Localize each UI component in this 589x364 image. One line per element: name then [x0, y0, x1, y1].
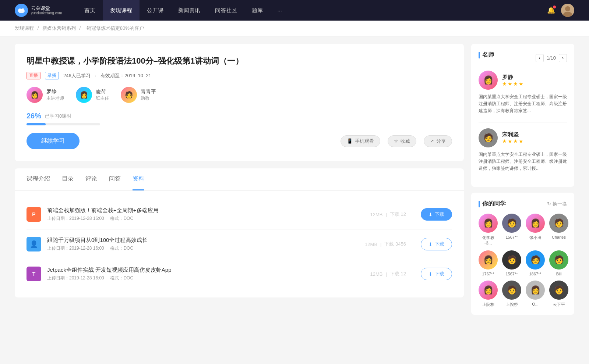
classmate-avatar-2[interactable]: 👩	[526, 214, 545, 233]
tabs-body: P 前端全栈加强版！前端全栈+全周期+多端应用 上传日期：2019-12-28 …	[15, 191, 464, 297]
download-button-2[interactable]: ⬇ 下载	[421, 268, 452, 280]
refresh-icon: ↻	[547, 201, 551, 207]
classmate-3: 🧑 Charles	[549, 214, 568, 246]
tab-catalog[interactable]: 目录	[62, 168, 74, 190]
download-icon-0: ⬇	[428, 212, 433, 217]
valid-date: 有效期至：2019–10–21	[100, 72, 151, 79]
classmate-name-11: 云下平	[553, 302, 565, 307]
classmate-avatar-4[interactable]: 👩	[479, 250, 498, 270]
download-icon-1: ⬇	[428, 242, 433, 247]
instructor-2: 🧑 青青平 助教	[121, 87, 156, 103]
classmate-1: 🧑 1567**	[502, 214, 521, 246]
nav-discover[interactable]: 发现课程	[103, 0, 140, 21]
classmate-8: 👩 上院栋	[479, 281, 498, 307]
star-icon: ☆	[394, 138, 398, 144]
logo[interactable]: 云朵课堂 yunduoketang.com	[15, 4, 62, 17]
classmate-11: 🧑 云下平	[549, 281, 568, 307]
tab-intro[interactable]: 课程介绍	[27, 168, 50, 190]
learners-count: 246人已学习	[63, 72, 91, 79]
tab-review[interactable]: 评论	[85, 168, 97, 190]
instructor-role-1: 班主任	[96, 95, 109, 101]
mobile-view-button[interactable]: 📱 手机观看	[341, 135, 380, 147]
file-icon-0: P	[27, 207, 41, 222]
user-avatar[interactable]	[561, 4, 574, 17]
right-sidebar: 名师 ‹ 1/10 › 👩 罗静 ★★★★ 国	[471, 44, 574, 321]
classmate-name-10: Q...	[532, 302, 539, 306]
share-icon: ↗	[430, 138, 434, 144]
instructor-name-0: 罗静	[46, 89, 64, 95]
progress-text: 已学习0课时	[45, 113, 71, 119]
nav-home[interactable]: 首页	[77, 0, 103, 21]
breadcrumb-series[interactable]: 新媒体营销系列	[42, 25, 76, 31]
classmate-2: 👩 张小田	[526, 214, 545, 246]
classmate-avatar-0[interactable]: 👩	[479, 214, 498, 233]
nav-qa[interactable]: 问答社区	[208, 0, 244, 21]
teachers-pagination: ‹ 1/10 ›	[536, 54, 567, 62]
breadcrumb-discover[interactable]: 发现课程	[15, 25, 34, 31]
teacher-avatar-1[interactable]: 🧑	[479, 128, 498, 147]
progress-pct: 26%	[27, 112, 41, 120]
classmate-name-6: 1867**	[529, 272, 541, 276]
tabs-header: 课程介绍 目录 评论 问答 资料	[15, 168, 464, 191]
teachers-prev-button[interactable]: ‹	[536, 54, 544, 62]
left-content: 明星中教授课，小学阶段语法100分–强化级第1讲动词（一） 直播 录播 246人…	[15, 44, 464, 321]
nav-right: 🔔	[547, 4, 574, 17]
navbar: 云朵课堂 yunduoketang.com 首页 发现课程 公开课 新闻资讯 问…	[0, 0, 589, 21]
notification-dot	[553, 6, 556, 8]
teacher-name-0: 罗静	[502, 74, 524, 81]
file-name-2: Jetpack全组件实战 开发短视频应用高仿皮皮虾App	[47, 267, 364, 274]
notification-bell[interactable]: 🔔	[547, 6, 555, 14]
instructor-avatar-1: 👩	[76, 87, 92, 103]
course-card: 明星中教授课，小学阶段语法100分–强化级第1讲动词（一） 直播 录播 246人…	[15, 44, 464, 161]
classmate-avatar-7[interactable]: 🧑	[549, 250, 568, 270]
classmate-avatar-6[interactable]: 🧑	[526, 250, 545, 270]
classmate-avatar-8[interactable]: 👩	[479, 281, 498, 300]
classmate-avatar-5[interactable]: 🧑	[502, 250, 521, 270]
classmate-10: 👩 Q...	[526, 281, 545, 307]
file-item-0: P 前端全栈加强版！前端全栈+全周期+多端应用 上传日期：2019-12-28 …	[27, 200, 452, 229]
classmate-avatar-3[interactable]: 🧑	[549, 214, 568, 233]
nav-questions[interactable]: 题库	[244, 0, 270, 21]
course-actions: 继续学习 📱 手机观看 ☆ 收藏 ↗ 分享	[27, 133, 452, 149]
breadcrumb-current: 销冠修炼术搞定80%的客户	[87, 25, 144, 31]
classmates-grid: 👩 化学教书... 🧑 1567** 👩 张小田 🧑 Charles 👩	[479, 214, 567, 307]
classmates-title: 你的同学	[479, 200, 506, 208]
tab-materials[interactable]: 资料	[133, 168, 144, 190]
file-item-1: 👤 跟随千万级项目从0到100全过程高效成长 上传日期：2019-12-28 1…	[27, 229, 452, 259]
instructors: 👩 罗静 主讲老师 👩 凌荷 班主任	[27, 87, 452, 103]
teacher-avatar-0[interactable]: 👩	[479, 71, 498, 90]
nav-public[interactable]: 公开课	[140, 0, 171, 21]
file-stats-2: 12MB | 下载 12	[370, 271, 406, 277]
download-button-0[interactable]: ⬇ 下载	[421, 208, 452, 221]
refresh-button[interactable]: ↻ 换一换	[547, 201, 567, 207]
file-icon-2: T	[27, 267, 41, 281]
download-button-1[interactable]: ⬇ 下载	[421, 238, 452, 250]
svg-point-4	[563, 12, 572, 17]
instructor-name-1: 凌荷	[96, 89, 109, 95]
teachers-next-button[interactable]: ›	[559, 54, 567, 62]
file-stats-1: 12MB | 下载 3456	[365, 241, 406, 247]
file-icon-1: 👤	[27, 237, 41, 251]
classmates-header: 你的同学 ↻ 换一换	[479, 200, 567, 208]
file-info-1: 跟随千万级项目从0到100全过程高效成长 上传日期：2019-12-28 16:…	[47, 237, 359, 251]
teacher-stars-0: ★★★★	[502, 81, 524, 87]
logo-icon	[15, 4, 28, 17]
file-meta-1: 上传日期：2019-12-28 16:00 格式：DOC	[47, 245, 359, 251]
logo-name: 云朵课堂	[31, 6, 62, 11]
continue-button[interactable]: 继续学习	[27, 133, 80, 149]
nav-more[interactable]: ···	[270, 0, 290, 21]
tab-qa[interactable]: 问答	[109, 168, 121, 190]
collect-button[interactable]: ☆ 收藏	[388, 135, 416, 147]
share-button[interactable]: ↗ 分享	[424, 135, 452, 147]
nav-news[interactable]: 新闻资讯	[171, 0, 208, 21]
classmate-avatar-1[interactable]: 🧑	[502, 214, 521, 233]
classmate-avatar-11[interactable]: 🧑	[549, 281, 568, 300]
classmate-avatar-9[interactable]: 🧑	[502, 281, 521, 300]
phone-icon: 📱	[347, 138, 353, 144]
progress-section: 26% 已学习0课时	[27, 112, 452, 125]
badge-live: 直播	[27, 72, 40, 79]
classmate-name-2: 张小田	[529, 235, 542, 240]
file-name-1: 跟随千万级项目从0到100全过程高效成长	[47, 237, 359, 244]
classmate-avatar-10[interactable]: 👩	[526, 281, 545, 300]
file-stats-0: 12MB | 下载 12	[370, 211, 406, 218]
